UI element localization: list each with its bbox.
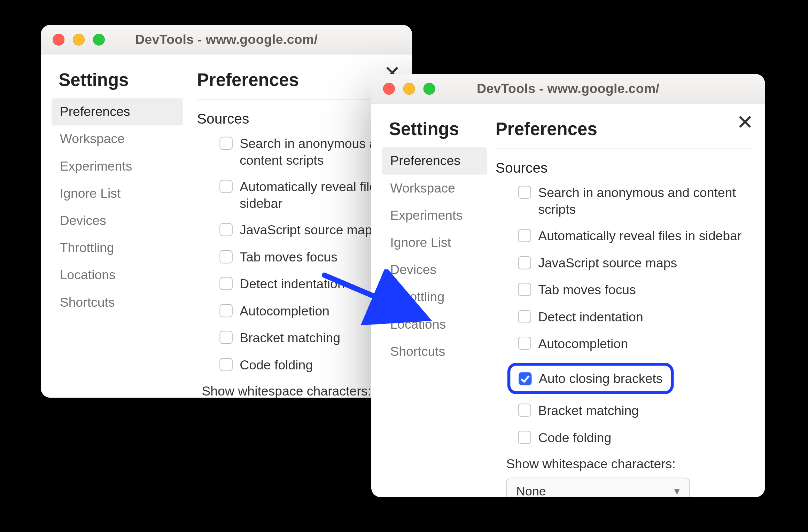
option-label: Detect indentation [538, 309, 643, 325]
devtools-window-before: DevTools - www.google.com/ ✕ Settings Pr… [41, 25, 412, 398]
option-label: Search in anonymous and content scripts [538, 185, 754, 217]
whitespace-select-label: Show whitespace characters: [506, 456, 754, 472]
checkbox[interactable] [220, 277, 233, 290]
preferences-heading: Preferences [197, 70, 401, 100]
option-label: JavaScript source maps [240, 222, 379, 238]
settings-heading: Settings [52, 65, 183, 98]
option-label: Autocompletion [240, 303, 330, 319]
option-code-folding[interactable]: Code folding [518, 429, 754, 446]
sidebar-item-shortcuts[interactable]: Shortcuts [52, 289, 183, 316]
sidebar-item-workspace[interactable]: Workspace [382, 175, 488, 202]
whitespace-select-value: None [516, 484, 546, 497]
traffic-light-minimize[interactable] [403, 83, 415, 94]
traffic-light-close[interactable] [53, 33, 64, 45]
sidebar-item-devices[interactable]: Devices [52, 207, 183, 234]
option-label: Code folding [538, 429, 611, 446]
sources-section-heading: Sources [496, 160, 754, 177]
checkbox[interactable] [220, 331, 233, 344]
sidebar-item-workspace[interactable]: Workspace [52, 125, 183, 152]
settings-sidebar: Settings Preferences Workspace Experimen… [382, 114, 488, 497]
checkbox[interactable] [518, 404, 531, 416]
option-bracket-matching[interactable]: Bracket matching [518, 402, 754, 419]
option-label: Auto closing brackets [539, 370, 662, 386]
checkbox-checked[interactable] [519, 373, 531, 385]
option-label: JavaScript source maps [538, 255, 677, 271]
traffic-lights [53, 33, 105, 45]
option-label: Autocompletion [538, 336, 628, 352]
sidebar-item-experiments[interactable]: Experiments [382, 202, 488, 229]
option-detect-indentation[interactable]: Detect indentation [518, 309, 754, 325]
checkbox[interactable] [220, 137, 233, 150]
checkbox[interactable] [518, 229, 531, 242]
sidebar-item-throttling[interactable]: Throttling [382, 283, 488, 311]
traffic-light-maximize[interactable] [424, 83, 435, 94]
option-label: Tab moves focus [240, 249, 338, 265]
option-autocompletion[interactable]: Autocompletion [518, 336, 754, 352]
option-label: Code folding [240, 357, 313, 373]
option-label: Tab moves focus [538, 282, 636, 298]
settings-sidebar: Settings Preferences Workspace Experimen… [52, 65, 183, 398]
traffic-light-maximize[interactable] [93, 33, 105, 45]
sidebar-item-experiments[interactable]: Experiments [52, 153, 183, 180]
checkbox[interactable] [518, 431, 531, 444]
checkbox[interactable] [220, 223, 233, 236]
sidebar-item-locations[interactable]: Locations [52, 261, 183, 289]
option-tab-moves-focus[interactable]: Tab moves focus [518, 282, 754, 298]
checkbox[interactable] [220, 180, 233, 193]
whitespace-select[interactable]: None ▾ [506, 478, 690, 497]
traffic-light-close[interactable] [383, 83, 395, 94]
sidebar-item-shortcuts[interactable]: Shortcuts [382, 338, 488, 365]
settings-heading: Settings [382, 114, 488, 147]
highlighted-option-auto-closing-brackets[interactable]: Auto closing brackets [507, 362, 674, 394]
devtools-window-after: DevTools - www.google.com/ ✕ Settings Pr… [371, 74, 765, 498]
option-label: Automatically reveal files in sidebar [538, 228, 741, 244]
checkbox[interactable] [518, 337, 531, 350]
checkbox[interactable] [518, 310, 531, 323]
preferences-panel: Preferences Sources Search in anonymous … [487, 114, 759, 497]
sidebar-item-ignore-list[interactable]: Ignore List [382, 229, 488, 256]
option-label: Detect indentation [240, 276, 345, 292]
sidebar-item-locations[interactable]: Locations [382, 311, 488, 338]
chevron-down-icon: ▾ [674, 485, 679, 497]
option-search-anonymous[interactable]: Search in anonymous and content scripts [518, 185, 754, 217]
traffic-light-minimize[interactable] [73, 33, 85, 45]
checkbox[interactable] [518, 186, 531, 199]
traffic-lights [383, 83, 435, 94]
sidebar-item-preferences[interactable]: Preferences [382, 147, 488, 174]
option-label: Bracket matching [538, 402, 639, 419]
checkbox[interactable] [220, 304, 233, 317]
sidebar-item-preferences[interactable]: Preferences [52, 98, 183, 125]
preferences-heading: Preferences [496, 119, 754, 149]
checkbox[interactable] [220, 358, 233, 371]
window-titlebar[interactable]: DevTools - www.google.com/ [371, 74, 765, 104]
option-label: Bracket matching [240, 330, 341, 346]
checkbox[interactable] [220, 250, 233, 263]
sidebar-item-devices[interactable]: Devices [382, 256, 488, 283]
checkbox[interactable] [518, 256, 531, 269]
sources-section-heading: Sources [197, 111, 401, 127]
checkbox[interactable] [518, 283, 531, 296]
window-titlebar[interactable]: DevTools - www.google.com/ [41, 25, 412, 54]
sidebar-item-ignore-list[interactable]: Ignore List [52, 180, 183, 207]
sidebar-item-throttling[interactable]: Throttling [52, 234, 183, 261]
option-auto-reveal-files[interactable]: Automatically reveal files in sidebar [518, 228, 754, 244]
option-js-source-maps[interactable]: JavaScript source maps [518, 255, 754, 271]
